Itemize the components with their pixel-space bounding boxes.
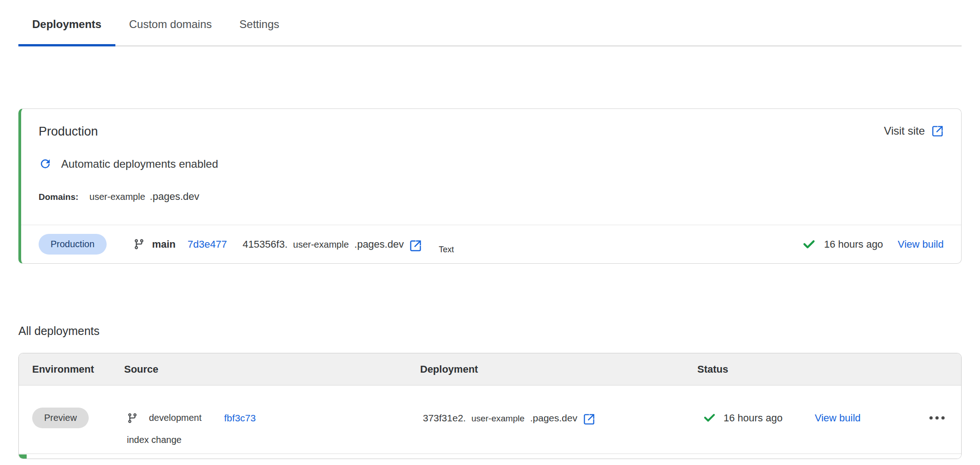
column-header-status: Status [697, 363, 961, 375]
url-suffix: .pages.dev [530, 413, 577, 424]
page: Deployments Custom domains Settings Prod… [0, 0, 980, 459]
visit-site-link[interactable]: Visit site [884, 125, 944, 137]
tab-bar: Deployments Custom domains Settings [18, 0, 962, 46]
deployment-time: 16 hours ago [724, 412, 782, 424]
deployment-status: 16 hours ago [802, 238, 883, 251]
production-card-title: Production [39, 125, 98, 139]
ellipsis-menu-icon[interactable] [929, 413, 946, 423]
table-header: Environment Source Deployment Status [19, 353, 961, 386]
tab-custom-domains[interactable]: Custom domains [115, 14, 226, 45]
commit-message: Text [439, 245, 454, 255]
external-link-icon [931, 125, 944, 137]
environment-badge: Production [39, 234, 107, 255]
branch-name: development [149, 413, 202, 423]
commit-link[interactable]: 7d3e477 [188, 238, 227, 250]
deployment-time: 16 hours ago [824, 238, 883, 250]
url-prefix: 415356f3. [243, 238, 288, 250]
tab-label: Custom domains [129, 18, 212, 30]
all-deployments-title: All deployments [18, 324, 962, 338]
commit-link[interactable]: fbf3c73 [224, 413, 256, 424]
column-header-source: Source [124, 363, 420, 375]
check-icon [703, 411, 716, 425]
check-icon [802, 238, 816, 251]
production-row-indicator [19, 454, 27, 459]
view-build-link[interactable]: View build [815, 412, 860, 424]
next-row-partial [19, 454, 961, 459]
git-branch-icon [127, 413, 138, 424]
production-deployment-row: Production main 7d3e477 415356f3. user-e… [21, 225, 961, 263]
url-name: user-example [293, 239, 349, 250]
external-link-icon[interactable] [409, 239, 422, 252]
url-suffix: .pages.dev [354, 238, 404, 250]
tab-settings[interactable]: Settings [226, 14, 293, 45]
git-branch-icon [133, 238, 145, 250]
deployment-url: 415356f3. user-example .pages.dev [243, 238, 404, 250]
column-header-environment: Environment [19, 363, 124, 375]
commit-message: index change [124, 435, 420, 445]
column-header-deployment: Deployment [420, 363, 697, 375]
tab-label: Deployments [32, 18, 102, 30]
branch-name: main [152, 238, 176, 250]
production-card: Production Visit site [18, 108, 962, 264]
environment-badge: Preview [32, 408, 89, 428]
url-name: user-example [471, 414, 524, 424]
table-row: Preview development fbf3c73 index change [19, 386, 961, 454]
domain-suffix: .pages.dev [150, 191, 199, 203]
domains-label: Domains: [39, 192, 79, 202]
deployment-url: 373f31e2. user-example .pages.dev [420, 413, 577, 424]
tab-label: Settings [239, 18, 279, 30]
refresh-icon [39, 157, 52, 170]
deployments-table: Environment Source Deployment Status Pre… [18, 353, 962, 459]
external-link-icon[interactable] [583, 413, 595, 425]
production-domain: user-example .pages.dev [90, 191, 199, 203]
visit-site-label: Visit site [884, 125, 925, 137]
view-build-link[interactable]: View build [898, 238, 944, 250]
url-prefix: 373f31e2. [423, 413, 466, 424]
auto-deployments-text: Automatic deployments enabled [61, 158, 218, 170]
domain-name: user-example [90, 192, 145, 202]
deployment-status: 16 hours ago [697, 411, 782, 425]
tab-deployments[interactable]: Deployments [18, 14, 115, 45]
